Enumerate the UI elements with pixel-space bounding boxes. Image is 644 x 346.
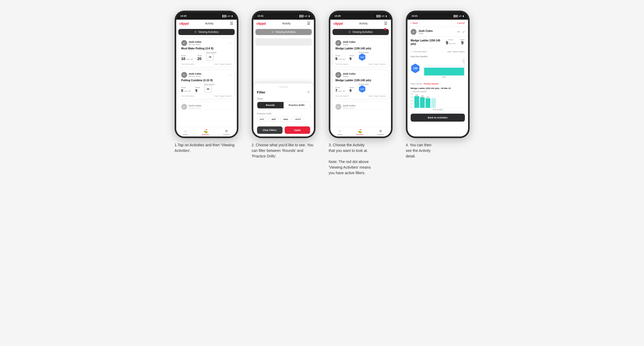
activity-scroll-1[interactable]: JC Josh Coles 28 Feb 2023 ··· Must Make … (176, 37, 237, 127)
apply-btn[interactable]: Apply (285, 126, 310, 134)
phone-frame-3: 13:20 ▐▐▐ wifi ▮ clippd Activity ☰ ⚙ Vie… (329, 11, 393, 138)
nav-menu-3[interactable]: ☰ (384, 21, 388, 25)
capture-icon-3: ⊕ (379, 129, 382, 133)
chart-x-label: APP (423, 76, 465, 78)
battery-icon-2: ▮ (309, 15, 310, 17)
nav-menu-1[interactable]: ☰ (230, 21, 233, 25)
score-label-3-1: Score (335, 55, 345, 57)
cancel-btn[interactable]: Cancel (457, 22, 465, 24)
filter-close-icon[interactable]: ✕ (307, 90, 310, 94)
nav-home-1[interactable]: ⌂ Home (183, 129, 188, 135)
back-btn[interactable]: < Back (411, 22, 418, 24)
activity-card-1-2[interactable]: JC Josh Coles 28 Feb 2023 ··· Putting Co… (178, 70, 235, 99)
card-dots-1-2[interactable]: ··· (229, 73, 231, 77)
nav-activities-3[interactable]: ⛳ Activities (356, 129, 364, 135)
banner-text-1: Viewing Activities (198, 31, 219, 33)
mini-bar-chart (423, 66, 465, 76)
filter-practice-btn[interactable]: Practice Drills (284, 102, 310, 108)
activity-card-3-3[interactable]: JC Josh Coles 28 Feb 2023 (332, 101, 389, 110)
status-icons-2: ▐▐▐ wifi ▮ (299, 15, 310, 17)
app-navbar-1: clippd Activity ☰ (176, 20, 237, 27)
battery-icon-3: ▮ (386, 15, 387, 17)
user-name-1-3: Josh Coles (189, 104, 201, 107)
activity-card-3-1[interactable]: JC Josh Coles Today ··· Wedge Ladder (10… (332, 38, 389, 67)
detail-shots-item: Shots 9 (460, 39, 465, 46)
clear-filters-btn[interactable]: Clear Filters (257, 126, 283, 134)
chip-putt[interactable]: PUTT (293, 117, 304, 122)
quality-label-1-2: Shot Quality (204, 83, 214, 85)
nav-capture-3[interactable]: ⊕ Capture (377, 129, 384, 135)
shots-group-3-1: Shots 9 (350, 55, 354, 61)
card-stats-3-1: Score 9 OUT OF Shots 9 (335, 52, 386, 61)
signal-icon: ▐▐▐ (222, 15, 226, 17)
detail-scroll[interactable]: Wedge Ladder (100-140 yds) Score 9 OUT O… (407, 37, 468, 136)
quality-group-3-2: Shot Quality 118 (359, 83, 369, 93)
notch-4 (430, 12, 446, 16)
score-label-3-2: Score (335, 87, 345, 88)
detail-user-name: Josh Coles (419, 29, 433, 32)
card-footer-3-2: Test Information Data: Clippd Capture (335, 94, 386, 97)
signal-icon-2: ▐▐▐ (299, 15, 303, 17)
avatar-3-1: JC (335, 40, 341, 46)
quality-badge-3-2: 118 (359, 85, 366, 93)
chip-ott[interactable]: OTT (257, 117, 267, 122)
notch-3 (353, 12, 369, 16)
footer-right-3-1: Data: Clippd Capture (368, 63, 386, 65)
detail-shots-label: Shots (460, 39, 465, 41)
shots-value-1-1: 20 (197, 57, 202, 61)
detail-user-date: Today (419, 32, 433, 34)
card-dots-3-1[interactable]: ··· (383, 41, 386, 45)
activity-card-1-3[interactable]: JC Josh Coles 28 Feb 2023 (178, 101, 235, 110)
info-text: Test Information (414, 51, 427, 53)
status-time-3: 13:20 (335, 15, 341, 17)
status-time-2: 13:21 (258, 15, 264, 17)
card-title-1-2: Putting Combine (3-15 ft) (181, 79, 232, 82)
activities-icon-3: ⛳ (357, 129, 362, 133)
nav-menu-2[interactable]: ☰ (307, 21, 310, 25)
card-stats-1-1: Score 10 OUT OF Shots 20 (181, 52, 232, 61)
pa-link[interactable]: Practice Session (424, 83, 439, 85)
edit-icon[interactable]: ✏ (457, 30, 460, 34)
expand-icon[interactable]: ⤢ (462, 30, 465, 34)
caption-4: 4. You can then see the Activity detail. (406, 142, 470, 159)
viewing-banner-1[interactable]: ⚙ Viewing Activities (178, 29, 235, 35)
footer-right-1-2: Data: Clippd Capture (214, 95, 231, 97)
filter-chips-row: OTT APP ARG PUTT (257, 117, 310, 122)
user-info-3-3: Josh Coles 28 Feb 2023 (343, 104, 356, 109)
bottom-nav-1: ⌂ Home ⛳ Activities ⊕ Capture (176, 127, 237, 136)
nav-capture-1[interactable]: ⊕ Capture (223, 129, 230, 135)
filter-rounds-btn[interactable]: Rounds (257, 102, 284, 108)
score-group-3-1: Score 9 OUT OF (335, 55, 345, 61)
back-to-activities-btn[interactable]: Back to Activities (411, 114, 465, 122)
quality-badge-1-2: 45 (204, 85, 212, 93)
score-value-3-1: 9 OUT OF (335, 57, 345, 61)
status-bar-3: 13:20 ▐▐▐ wifi ▮ (330, 12, 391, 20)
card-dots-3-2[interactable]: ··· (383, 73, 386, 77)
banner-text-2: Viewing Activities (275, 31, 296, 33)
card-stats-3-2: Score 7 OUT OF Shots 9 (335, 83, 386, 93)
banner-text-3: Viewing Activities (352, 31, 373, 33)
viewing-banner-3[interactable]: ⚙ Viewing Activities (332, 29, 389, 35)
score-label-1-2: Score (181, 87, 191, 88)
nav-home-3[interactable]: ⌂ Home (337, 129, 342, 135)
chip-app[interactable]: APP (269, 117, 279, 122)
notch-2 (276, 12, 292, 16)
caption-3: 3. Choose the Activity that you want to … (329, 142, 393, 176)
user-name-3-2: Josh Coles (343, 72, 356, 75)
user-info-3-1: Josh Coles Today (343, 41, 356, 46)
activity-scroll-3[interactable]: JC Josh Coles Today ··· Wedge Ladder (10… (330, 37, 391, 127)
detail-shots-val: 9 (461, 41, 464, 45)
activity-card-1-1[interactable]: JC Josh Coles 28 Feb 2023 ··· Must Make … (178, 38, 235, 67)
mini-chart: 130 100 50 0 APP (423, 59, 465, 78)
avatar-4: JC (411, 29, 416, 35)
detail-score-label: Score (448, 39, 453, 41)
card-dots-1-1[interactable]: ··· (229, 41, 231, 45)
wifi-icon-2: wifi (304, 15, 308, 17)
nav-activities-1[interactable]: ⛳ Activities (202, 129, 209, 135)
viewing-banner-2[interactable]: ⚙ Viewing Activities (255, 29, 312, 35)
activity-card-3-2[interactable]: JC Josh Coles Today ··· Wedge Ladder (10… (332, 70, 389, 99)
bar-3: 124 (426, 96, 430, 108)
chip-arg[interactable]: ARG (280, 117, 291, 122)
phone-content-1: clippd Activity ☰ ⚙ Viewing Activities J… (176, 20, 237, 136)
quality-label-3-2: Shot Quality (359, 83, 369, 85)
